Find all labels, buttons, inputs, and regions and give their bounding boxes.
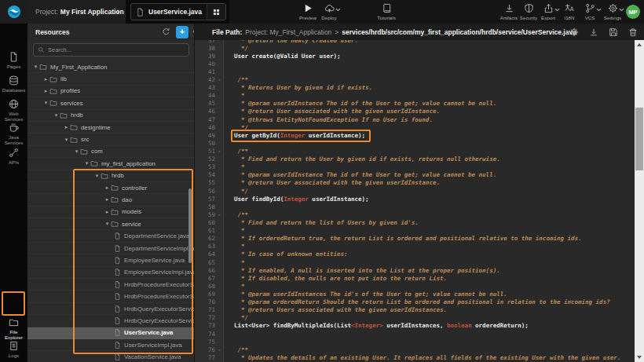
tree-item-dao[interactable]: ▸dao [27, 194, 195, 206]
code-line-76[interactable]: /** [227, 346, 635, 354]
code-line-73[interactable]: List<User> findByMultipleIds(List<Intege… [227, 322, 635, 330]
tree-item-employeeserviceimpl-java[interactable]: EmployeeServiceImpl.java [27, 267, 195, 279]
code-line-53[interactable]: * [227, 163, 635, 171]
tree-item-hrdbqueryexecutorserviceimpl-java[interactable]: HrdbQueryExecutorServiceImpl.java [27, 315, 195, 327]
code-line-47[interactable]: * @throws EntityNotFoundException If no … [227, 116, 635, 124]
collapse-arrow-icon[interactable]: ▸ [104, 185, 111, 191]
code-line-64[interactable]: * In case of unknown entities: [227, 250, 635, 258]
refresh-icon[interactable] [160, 27, 171, 38]
expand-arrow-icon[interactable]: ▾ [63, 137, 70, 143]
code-line-39[interactable]: User create(@Valid User user); [227, 53, 635, 60]
code-line-52[interactable]: * Find and return the User by given id i… [227, 155, 635, 163]
add-resource-button[interactable]: + [176, 26, 188, 38]
save-file-icon[interactable] [609, 27, 618, 37]
rail-item-apis[interactable]: APIs [0, 148, 27, 165]
code-editor[interactable]: 373839404142-434445464748495051-52535455… [195, 40, 644, 362]
tree-item-profiles[interactable]: ▸profiles [27, 86, 195, 97]
code-line-71[interactable]: * @return Users associated with the give… [227, 306, 635, 314]
tree-item-com[interactable]: ▾com [27, 146, 195, 158]
search-box[interactable]: Search... [33, 43, 189, 57]
tutorials-button[interactable]: Tutorials [371, 2, 402, 20]
code-line-69[interactable]: * @param userIdInstances The id's of the… [227, 291, 635, 298]
expand-arrow-icon[interactable]: ▾ [83, 160, 90, 166]
code-line-61[interactable]: * [227, 227, 635, 235]
code-line-51[interactable]: /** [227, 148, 635, 155]
code-line-75[interactable] [227, 338, 635, 346]
code-line-41[interactable] [227, 68, 635, 76]
tab-userservice-java[interactable]: UserService.java [130, 3, 226, 20]
tree-item-controller[interactable]: ▸controller [27, 182, 195, 194]
code-line-45[interactable]: * @param userIdInstance The id of the Us… [227, 100, 635, 108]
code-line-67[interactable]: * If disabled, the nulls are not put int… [227, 275, 635, 283]
code-line-44[interactable]: * [227, 92, 635, 100]
code-line-63[interactable]: * [227, 243, 635, 250]
settings-button[interactable]: Settings [597, 2, 628, 20]
project-breadcrumb[interactable]: Project: My First Application [27, 0, 126, 24]
code-line-70[interactable]: * @param orderedReturn Should the return… [227, 298, 635, 306]
tree-item-hrdbqueryexecutorservice-java[interactable]: HrdbQueryExecutorService.java [27, 303, 195, 315]
fold-marker[interactable]: - [218, 211, 221, 218]
rail-item-web-services[interactable]: WebServices [0, 99, 27, 122]
tree-item-models[interactable]: ▸models [27, 207, 195, 218]
fold-marker[interactable]: - [218, 148, 221, 155]
expand-arrow-icon[interactable]: ▾ [42, 100, 49, 106]
expand-arrow-icon[interactable]: ▾ [104, 221, 111, 227]
code-line-62[interactable]: * If orderedReturn true, the return List… [227, 235, 635, 243]
rail-item-logs[interactable]: Logs [0, 341, 27, 358]
deploy-button[interactable]: Deploy [313, 2, 345, 20]
tree-item-my-first-application[interactable]: ▾my_first_application [27, 158, 195, 170]
expand-arrow-icon[interactable]: ▾ [53, 112, 60, 119]
code-line-49[interactable]: User getById(Integer userIdInstance); [227, 132, 635, 140]
panel-scrollbar[interactable] [188, 188, 192, 263]
scrollbar-thumb[interactable] [635, 108, 643, 170]
tree-item-vacationservice-java[interactable]: VacationService.java [27, 351, 195, 362]
code-line-42[interactable]: /** [227, 76, 635, 84]
tree-item-hrdbprocedureexecutorservice-java[interactable]: HrdbProcedureExecutorService.java [27, 279, 195, 291]
app-logo[interactable] [0, 0, 27, 24]
scroll-up-arrow[interactable] [635, 40, 644, 49]
file-settings-gear-icon[interactable] [569, 27, 579, 37]
tree-item-hrdb[interactable]: ▾hrdb [27, 170, 195, 182]
expand-arrow-icon[interactable]: ▾ [32, 64, 39, 70]
code-line-40[interactable] [227, 60, 635, 68]
collapse-arrow-icon[interactable]: ▸ [42, 76, 49, 82]
tree-item-userserviceimpl-java[interactable]: UserServiceImpl.java [27, 339, 195, 351]
editor-scrollbar[interactable] [635, 40, 644, 362]
code-line-54[interactable]: * @param userIdInstance The id of the Us… [227, 171, 635, 179]
scroll-down-arrow[interactable] [635, 353, 644, 362]
tree-item-service[interactable]: ▾service [27, 218, 195, 230]
collapse-panel-button[interactable]: « [189, 26, 195, 38]
collapse-arrow-icon[interactable]: ▸ [63, 124, 70, 130]
tree-item-hrdb[interactable]: ▾hrdb [27, 110, 195, 122]
fold-marker[interactable]: - [218, 76, 221, 83]
code-line-65[interactable]: * [227, 259, 635, 267]
code-line-43[interactable]: * Returns User by given id if exists. [227, 84, 635, 92]
expand-arrow-icon[interactable]: ▾ [93, 173, 101, 179]
collapse-arrow-icon[interactable]: ▸ [104, 196, 111, 203]
user-avatar[interactable]: MP [626, 5, 640, 19]
rail-item-java-services[interactable]: JavaServices [0, 122, 27, 145]
tree-item-employeeservice-java[interactable]: EmployeeService.java [27, 254, 195, 266]
code-line-72[interactable]: */ [227, 314, 635, 322]
fold-marker[interactable]: - [218, 346, 221, 353]
tree-item-lib[interactable]: ▸lib [27, 73, 195, 85]
tree-item-src[interactable]: ▾src [27, 133, 195, 145]
code-line-55[interactable]: * @return User associated with the given… [227, 179, 635, 187]
code-line-56[interactable]: */ [227, 188, 635, 196]
dashboard-grid-icon[interactable] [207, 3, 225, 20]
code-line-60[interactable]: * Find and return the list of Users by g… [227, 219, 635, 227]
tree-item-hrdbprocedureexecutorserviceimpl-java[interactable]: HrdbProcedureExecutorServiceImpl.java [27, 291, 195, 302]
code-line-77[interactable]: * Updates the details of an existing Use… [227, 354, 635, 362]
tree-item-departmentserviceimpl-java[interactable]: DepartmentServiceImpl.java [27, 243, 195, 254]
rail-item-databases[interactable]: Databases [0, 75, 27, 93]
code-line-66[interactable]: * If enabled, A null is inserted into th… [227, 267, 635, 275]
tree-item-designtime[interactable]: ▸designtime [27, 122, 195, 133]
tree-item-my-first-application[interactable]: ▾My_First_Application [27, 61, 195, 73]
tree-item-userservice-java[interactable]: UserService.java [27, 327, 195, 339]
rail-item-pages[interactable]: Pages [0, 52, 27, 69]
delete-file-icon[interactable] [628, 27, 638, 37]
code-line-57[interactable]: User findById(Integer userIdInstance); [227, 196, 635, 203]
code-pane[interactable]: * @return the newly created user. */ Use… [227, 40, 635, 362]
collapse-arrow-icon[interactable]: ▸ [42, 88, 49, 94]
expand-arrow-icon[interactable]: ▾ [73, 148, 80, 155]
